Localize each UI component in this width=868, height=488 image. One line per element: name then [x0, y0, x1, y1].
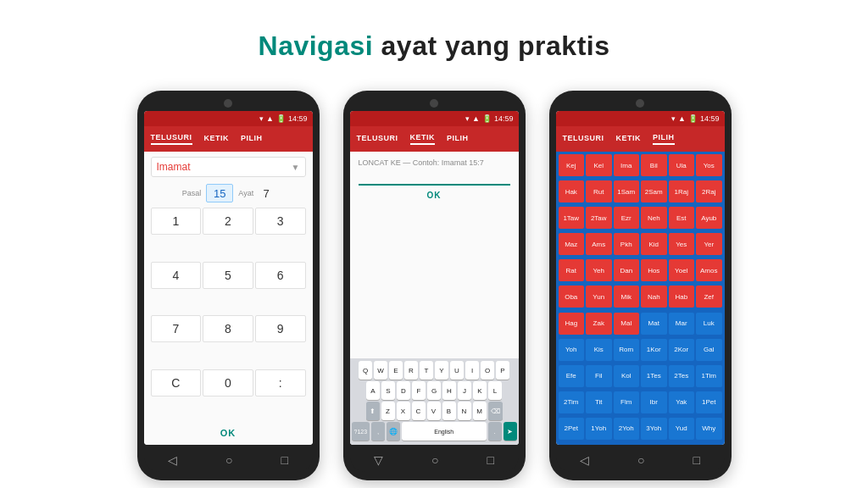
- kb-g[interactable]: G: [427, 381, 441, 400]
- book-selector[interactable]: Imamat ▼: [151, 157, 306, 177]
- book-btn-1Tim[interactable]: 1Tim: [696, 365, 722, 387]
- book-btn-Ams[interactable]: Ams: [586, 233, 612, 255]
- book-btn-2Tes[interactable]: 2Tes: [669, 365, 695, 387]
- kb-a[interactable]: A: [366, 381, 380, 400]
- book-btn-Yos[interactable]: Yos: [696, 154, 722, 176]
- book-btn-Rom[interactable]: Rom: [614, 339, 640, 361]
- book-btn-3Yoh[interactable]: 3Yoh: [641, 418, 667, 440]
- book-btn-Mal[interactable]: Mal: [614, 313, 640, 335]
- numpad-key-2[interactable]: 2: [203, 208, 253, 235]
- kb-shift[interactable]: ⬆: [366, 402, 380, 420]
- kb-l[interactable]: L: [488, 381, 502, 400]
- book-btn-Yoh[interactable]: Yoh: [559, 339, 585, 361]
- back-icon-1[interactable]: ◁: [168, 453, 177, 467]
- kb-n[interactable]: N: [458, 402, 471, 420]
- kb-s[interactable]: S: [381, 381, 395, 400]
- book-btn-Yoel[interactable]: Yoel: [669, 259, 695, 281]
- book-btn-2Taw[interactable]: 2Taw: [586, 207, 612, 229]
- jump-input-line[interactable]: [359, 170, 510, 186]
- kb-y[interactable]: Y: [435, 361, 448, 380]
- home-icon-2[interactable]: ○: [431, 453, 438, 467]
- book-btn-Est[interactable]: Est: [669, 207, 695, 229]
- book-btn-Bil[interactable]: Bil: [641, 154, 667, 176]
- kb-i[interactable]: I: [465, 361, 479, 380]
- tab-ketik-1[interactable]: KETIK: [204, 134, 230, 144]
- numpad-key-5[interactable]: 5: [203, 262, 253, 289]
- book-btn-2Sam[interactable]: 2Sam: [641, 180, 667, 202]
- book-btn-Yer[interactable]: Yer: [696, 233, 722, 255]
- book-btn-Flm[interactable]: Flm: [614, 391, 640, 413]
- book-btn-Zak[interactable]: Zak: [586, 313, 612, 335]
- book-btn-1Tes[interactable]: 1Tes: [641, 365, 667, 387]
- book-btn-Dan[interactable]: Dan: [614, 259, 640, 281]
- book-btn-Mat[interactable]: Mat: [641, 313, 667, 335]
- numpad-key-1[interactable]: 1: [151, 208, 202, 235]
- book-btn-Pkh[interactable]: Pkh: [614, 233, 640, 255]
- numpad-key-9[interactable]: 9: [255, 315, 306, 342]
- book-btn-Ima[interactable]: Ima: [614, 154, 640, 176]
- book-btn-1Sam[interactable]: 1Sam: [614, 180, 640, 202]
- book-btn-Yun[interactable]: Yun: [586, 286, 612, 308]
- chapter-value-box[interactable]: 15: [206, 184, 233, 202]
- numpad-key-7[interactable]: 7: [151, 315, 202, 342]
- book-btn-Yeh[interactable]: Yeh: [586, 259, 612, 281]
- kb-f[interactable]: F: [412, 381, 426, 400]
- kb-comma[interactable]: ,: [371, 422, 385, 441]
- kb-m[interactable]: M: [473, 402, 487, 420]
- book-btn-1Raj[interactable]: 1Raj: [669, 180, 695, 202]
- book-btn-Kel[interactable]: Kel: [586, 154, 612, 176]
- book-btn-2Raj[interactable]: 2Raj: [696, 180, 722, 202]
- book-btn-Efe[interactable]: Efe: [559, 365, 585, 387]
- book-btn-Yes[interactable]: Yes: [669, 233, 695, 255]
- book-btn-Gal[interactable]: Gal: [696, 339, 722, 361]
- numpad-key-8[interactable]: 8: [203, 315, 253, 342]
- book-btn-Hab[interactable]: Hab: [669, 286, 695, 308]
- square-icon-3[interactable]: □: [693, 453, 700, 467]
- tab-telusuri-1[interactable]: TELUSURI: [151, 133, 192, 145]
- kb-w[interactable]: W: [374, 361, 387, 380]
- back-icon-3[interactable]: ◁: [580, 453, 589, 467]
- book-btn-Ayub[interactable]: Ayub: [696, 207, 722, 229]
- book-btn-1Yoh[interactable]: 1Yoh: [586, 418, 612, 440]
- book-btn-Yak[interactable]: Yak: [669, 391, 695, 413]
- tab-telusuri-3[interactable]: TELUSURI: [563, 134, 604, 144]
- numpad-key-0[interactable]: 0: [203, 369, 253, 396]
- tab-telusuri-2[interactable]: TELUSURI: [357, 134, 398, 144]
- numpad-key-6[interactable]: 6: [255, 262, 306, 289]
- book-btn-Kol[interactable]: Kol: [614, 365, 640, 387]
- kb-space[interactable]: English: [402, 422, 486, 441]
- square-icon-1[interactable]: □: [281, 453, 288, 467]
- numpad-key-:[interactable]: :: [255, 369, 306, 396]
- book-btn-Zef[interactable]: Zef: [696, 286, 722, 308]
- ok-button[interactable]: OK: [220, 428, 236, 438]
- kb-o[interactable]: O: [481, 361, 494, 380]
- book-btn-Ibr[interactable]: Ibr: [641, 391, 667, 413]
- kb-u[interactable]: U: [450, 361, 464, 380]
- kb-z[interactable]: Z: [381, 402, 395, 420]
- kb-globe[interactable]: 🌐: [387, 422, 400, 441]
- kb-t[interactable]: T: [420, 361, 433, 380]
- kb-period[interactable]: .: [488, 422, 502, 441]
- book-btn-Oba[interactable]: Oba: [559, 286, 585, 308]
- book-btn-Kid[interactable]: Kid: [641, 233, 667, 255]
- book-btn-Luk[interactable]: Luk: [696, 313, 722, 335]
- tab-ketik-2[interactable]: KETIK: [410, 133, 436, 145]
- book-btn-Neh[interactable]: Neh: [641, 207, 667, 229]
- kb-r[interactable]: R: [404, 361, 418, 380]
- kb-p[interactable]: P: [496, 361, 509, 380]
- book-btn-1Taw[interactable]: 1Taw: [559, 207, 585, 229]
- numpad-key-4[interactable]: 4: [151, 262, 202, 289]
- book-btn-Hag[interactable]: Hag: [559, 313, 585, 335]
- kb-c[interactable]: C: [412, 402, 426, 420]
- kb-e[interactable]: E: [389, 361, 403, 380]
- tab-pilih-2[interactable]: PILIH: [447, 134, 469, 144]
- kb-d[interactable]: D: [397, 381, 410, 400]
- tab-pilih-3[interactable]: PILIH: [653, 133, 675, 145]
- book-btn-Rut[interactable]: Rut: [586, 180, 612, 202]
- kb-q[interactable]: Q: [359, 361, 372, 380]
- kb-x[interactable]: X: [397, 402, 410, 420]
- back-icon-2[interactable]: ▽: [374, 453, 383, 467]
- book-btn-2Yoh[interactable]: 2Yoh: [614, 418, 640, 440]
- book-btn-Amos[interactable]: Amos: [696, 259, 722, 281]
- kb-v[interactable]: V: [427, 402, 441, 420]
